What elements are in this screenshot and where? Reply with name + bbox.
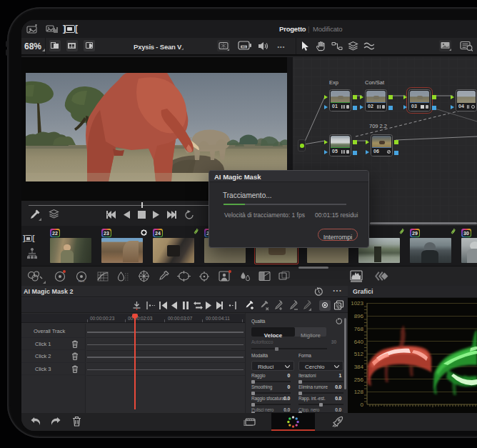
svg-text:256: 256	[354, 377, 364, 383]
svg-text:768: 768	[354, 326, 364, 332]
svg-text:HDR: HDR	[79, 279, 85, 283]
svg-text:640: 640	[354, 339, 364, 345]
svg-text:512: 512	[354, 351, 364, 357]
svg-text:384: 384	[354, 364, 364, 370]
svg-text:128: 128	[354, 389, 364, 395]
svg-text:1023: 1023	[351, 300, 363, 307]
svg-text:HQ: HQ	[242, 46, 246, 49]
svg-text:0: 0	[361, 402, 364, 408]
svg-text:896: 896	[354, 313, 364, 319]
